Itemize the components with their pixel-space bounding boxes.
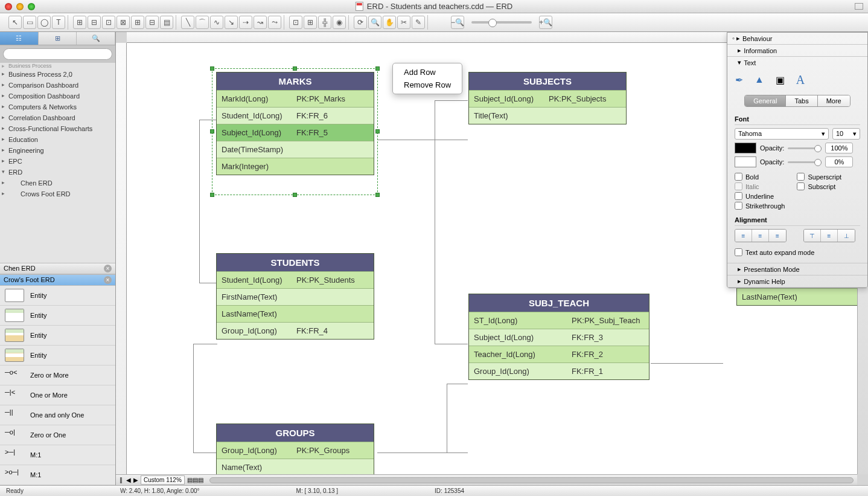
grid-view-tab[interactable]: ⊞ bbox=[39, 32, 77, 45]
font-icon[interactable]: A bbox=[793, 72, 808, 88]
context-menu-add-row[interactable]: Add Row bbox=[393, 66, 462, 79]
align-tool-button[interactable]: ⊡ bbox=[102, 16, 115, 29]
stencil-item[interactable]: ─|<One or More bbox=[0, 385, 115, 405]
highlight-icon[interactable]: ▲ bbox=[752, 72, 767, 88]
sidebar-category[interactable]: Education bbox=[0, 134, 115, 145]
ungroup-tool-button[interactable]: ⊟ bbox=[145, 16, 159, 29]
valign-bottom-button[interactable]: ⊥ bbox=[838, 230, 855, 242]
sidebar-category[interactable]: Engineering bbox=[0, 145, 115, 156]
stencil-tab[interactable]: Chen ERD× bbox=[0, 263, 115, 274]
stencil-item[interactable]: >o─|M:1 bbox=[0, 465, 115, 485]
layer-tool-button[interactable]: ▤ bbox=[160, 16, 173, 29]
panel-section-help[interactable]: ▸ Dynamic Help bbox=[727, 275, 867, 287]
connector-tool-button[interactable]: ↘ bbox=[225, 16, 238, 29]
text-opacity-value[interactable]: 100% bbox=[825, 143, 853, 153]
distribute-tool-button[interactable]: ⊠ bbox=[116, 16, 130, 29]
curve-connector-button[interactable]: ⤳ bbox=[268, 16, 281, 29]
ellipse-tool-button[interactable]: ◯ bbox=[37, 16, 51, 29]
text-opacity-slider[interactable] bbox=[788, 147, 822, 149]
bg-opacity-slider[interactable]: .mini-slider.left::after{left:0;right:au… bbox=[788, 161, 822, 163]
pan-tool-button[interactable]: ✋ bbox=[383, 16, 396, 29]
entity-subj-teach[interactable]: SUBJ_TEACH ST_Id(Long)PK:PK_Subj_Teach S… bbox=[468, 294, 649, 380]
minimize-window-button[interactable] bbox=[16, 3, 24, 10]
crop-tool-button[interactable]: ✂ bbox=[397, 16, 410, 29]
rectangle-tool-button[interactable]: ▭ bbox=[23, 16, 36, 29]
stencil-item[interactable]: ─o<Zero or More bbox=[0, 366, 115, 385]
bg-color-swatch[interactable] bbox=[735, 156, 756, 167]
stencil-item[interactable]: ─||One and only One bbox=[0, 405, 115, 425]
stencil-item[interactable]: Entity bbox=[0, 326, 115, 346]
valign-top-button[interactable]: ⊤ bbox=[804, 230, 821, 242]
entity-students[interactable]: STUDENTS Student_Id(Long)PK:PK_Students … bbox=[216, 253, 374, 340]
panel-section-text[interactable]: ▾ Text bbox=[727, 57, 867, 68]
sidebar-category[interactable]: Business Process 2,0 bbox=[0, 69, 115, 80]
panel-section-information[interactable]: ▸ Information bbox=[727, 45, 867, 56]
panel-tab-more[interactable]: More bbox=[818, 95, 850, 106]
font-size-select[interactable]: 10 ▾ bbox=[832, 128, 860, 140]
stencil-tab-selected[interactable]: Crow's Foot ERD× bbox=[0, 274, 115, 286]
horizontal-scrollbar[interactable] bbox=[209, 477, 854, 483]
stencil-item[interactable]: Entity bbox=[0, 286, 115, 306]
panel-tab-general[interactable]: General bbox=[745, 95, 786, 106]
entity-subjects[interactable]: SUBJECTS Subject_Id(Long)PK:PK_Subjects … bbox=[468, 72, 627, 124]
context-menu-remove-row[interactable]: Remove Row bbox=[393, 79, 462, 91]
search-tab[interactable]: 🔍 bbox=[77, 32, 115, 45]
zoom-out-button[interactable]: −🔍 bbox=[451, 16, 464, 29]
sidebar-subcategory[interactable]: Crows Foot ERD bbox=[0, 188, 115, 199]
grid-tool-button[interactable]: ⊞ bbox=[304, 16, 317, 29]
pointer-tool-button[interactable]: ↖ bbox=[8, 16, 22, 29]
entity-groups[interactable]: GROUPS Group_Id(Long)PK:PK_Groups Name(T… bbox=[216, 424, 374, 474]
sidebar-category[interactable]: Comparison Dashboard bbox=[0, 80, 115, 91]
shadow-icon[interactable]: ▣ bbox=[772, 72, 788, 88]
rotate-tool-button[interactable]: ⟳ bbox=[354, 16, 367, 29]
panel-tab-tabs[interactable]: Tabs bbox=[786, 95, 817, 106]
sidebar-category[interactable]: Business Process bbox=[0, 63, 115, 69]
bold-checkbox[interactable] bbox=[735, 173, 742, 181]
sidebar-subcategory[interactable]: Chen ERD bbox=[0, 178, 115, 188]
stencil-item[interactable]: >─o|M:1 bbox=[0, 485, 115, 486]
close-icon[interactable]: × bbox=[104, 276, 112, 284]
align-center-button[interactable]: ≡ bbox=[752, 230, 769, 242]
stencil-item[interactable]: Entity bbox=[0, 306, 115, 326]
arc-tool-button[interactable]: ⌒ bbox=[196, 16, 209, 29]
underline-checkbox[interactable] bbox=[735, 192, 742, 200]
smart-connector-button[interactable]: ⇢ bbox=[239, 16, 252, 29]
text-tool-button[interactable]: T bbox=[52, 16, 65, 29]
snap-tool-button[interactable]: ⊡ bbox=[289, 16, 302, 29]
entity-marks[interactable]: MARKS MarkId(Long)PK:PK_Marks Student_Id… bbox=[216, 72, 374, 175]
auto-expand-checkbox[interactable] bbox=[735, 248, 742, 256]
round-connector-button[interactable]: ↝ bbox=[254, 16, 267, 29]
underline-pen-icon[interactable]: ✒ bbox=[731, 72, 747, 88]
stencil-item[interactable]: Entity bbox=[0, 346, 115, 366]
bg-opacity-value[interactable]: 0% bbox=[825, 156, 853, 167]
sidebar-category[interactable]: EPC bbox=[0, 156, 115, 167]
strike-checkbox[interactable] bbox=[735, 202, 742, 210]
chain-tool-button[interactable]: ⊟ bbox=[88, 16, 101, 29]
sidebar-category[interactable]: Correlation Dashboard bbox=[0, 112, 115, 123]
sidebar-category[interactable]: Composition Dashboard bbox=[0, 91, 115, 101]
text-color-swatch[interactable] bbox=[735, 143, 756, 153]
zoom-slider[interactable] bbox=[471, 21, 532, 24]
subscript-checkbox[interactable] bbox=[797, 182, 805, 190]
close-icon[interactable]: × bbox=[104, 265, 112, 272]
stencil-item[interactable]: ─o|Zero or One bbox=[0, 425, 115, 445]
library-search-input[interactable] bbox=[3, 48, 112, 60]
guides-tool-button[interactable]: ╬ bbox=[318, 16, 331, 29]
align-left-button[interactable]: ≡ bbox=[735, 230, 752, 242]
sidebar-category[interactable]: Computers & Networks bbox=[0, 101, 115, 112]
close-window-button[interactable] bbox=[5, 3, 12, 10]
zoom-in-button[interactable]: +🔍 bbox=[539, 16, 552, 29]
zoom-tool-button[interactable]: 🔍 bbox=[368, 16, 381, 29]
spline-tool-button[interactable]: ∿ bbox=[210, 16, 223, 29]
page-tab-icon[interactable]: ▤▤▤ bbox=[187, 477, 203, 483]
sidebar-category[interactable]: Cross-Functional Flowcharts bbox=[0, 123, 115, 134]
library-tab[interactable]: ☷ bbox=[0, 32, 39, 45]
erase-tool-button[interactable]: ✎ bbox=[412, 16, 425, 29]
panel-section-presentation[interactable]: ▸ Presentation Mode bbox=[727, 263, 867, 275]
italic-checkbox[interactable] bbox=[735, 182, 742, 190]
line-tool-button[interactable]: ╲ bbox=[181, 16, 194, 29]
font-family-select[interactable]: Tahoma ▾ bbox=[735, 128, 829, 140]
valign-middle-button[interactable]: ≡ bbox=[821, 230, 838, 242]
sidebar-category-erd[interactable]: ERD bbox=[0, 167, 115, 178]
maximize-icon[interactable] bbox=[855, 3, 863, 10]
